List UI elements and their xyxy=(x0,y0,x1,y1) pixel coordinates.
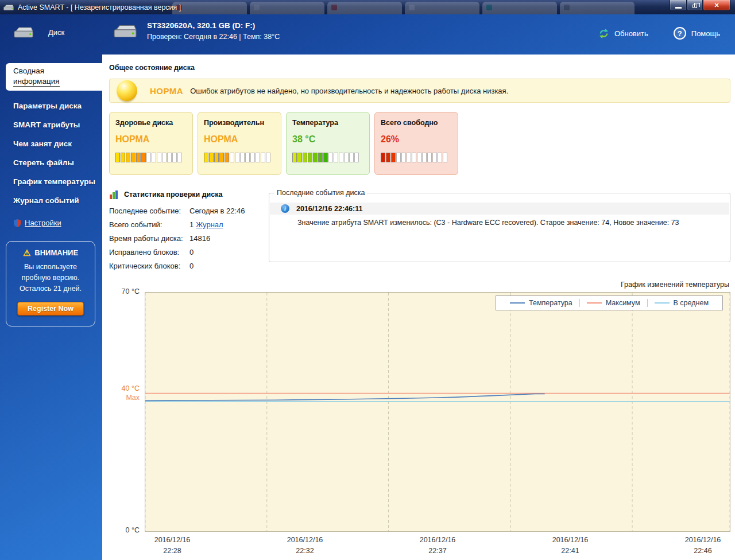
disk-status-banner: НОРМА Ошибок атрибутов не найдено, но пр… xyxy=(109,79,730,103)
sidebar-item-event-log[interactable]: Журнал событий xyxy=(0,191,102,210)
refresh-icon xyxy=(598,28,609,39)
disk-icon xyxy=(14,26,33,38)
nav-disk-label: Диск xyxy=(48,28,64,37)
sidebar: Сводная информация Параметры диска SMART… xyxy=(0,55,102,560)
titlebar: Active SMART - [ Незарегистрированная ве… xyxy=(0,0,735,14)
y-axis-label-0: 0 °C xyxy=(126,527,140,535)
event-timestamp: 2016/12/16 22:46:11 xyxy=(296,205,362,213)
card-title: Температура xyxy=(292,119,363,127)
settings-link[interactable]: Настройки xyxy=(14,219,102,227)
sidebar-item-disk-parameters[interactable]: Параметры диска xyxy=(0,96,102,115)
chart-svg xyxy=(145,293,730,531)
card-progressbar xyxy=(292,153,363,162)
restore-button[interactable] xyxy=(687,0,703,11)
background-browser-tabs xyxy=(172,2,649,14)
nav-disk-button[interactable]: Диск xyxy=(14,26,64,38)
stats-row: Время работы диска: 14816 xyxy=(109,234,269,243)
refresh-button[interactable]: Обновить xyxy=(598,27,648,40)
stats-value: 0 xyxy=(189,262,194,270)
help-label: Помощь xyxy=(691,29,720,38)
stats-label: Последнее событие: xyxy=(109,207,189,215)
sidebar-item-summary-active[interactable]: Сводная информация xyxy=(6,63,102,91)
background-tab xyxy=(405,2,479,14)
x-label: 2016/12/1622:28 xyxy=(147,535,198,557)
y-axis-label-max: Max xyxy=(126,394,140,402)
stats-value: 14816 xyxy=(189,234,210,243)
sidebar-item-temperature-graph[interactable]: График температуры xyxy=(0,172,102,191)
stats-row: Критических блоков: 0 xyxy=(109,262,269,270)
help-icon: ? xyxy=(674,27,686,40)
card-performance: Производительн НОРМА xyxy=(198,112,281,175)
restore-icon xyxy=(693,5,697,8)
stats-row: Всего событий: 1 Журнал xyxy=(109,220,269,229)
y-axis-label-70: 70 °C xyxy=(122,287,140,295)
card-value: 38 °C xyxy=(292,134,363,145)
trial-warning-box: ⚠ ВНИМАНИЕ Вы используете пробную версию… xyxy=(6,241,95,326)
chart-x-axis: 2016/12/1622:28 2016/12/1622:32 2016/12/… xyxy=(145,532,730,557)
x-label: 2016/12/1622:41 xyxy=(545,535,595,557)
stats-value: 0 xyxy=(189,248,194,256)
help-button[interactable]: ? Помощь xyxy=(674,27,720,40)
card-progressbar xyxy=(115,153,187,162)
legend-item-temperature: Температура xyxy=(503,299,579,307)
background-tab xyxy=(250,2,324,14)
stats-label: Критических блоков: xyxy=(109,262,189,270)
active-tab-line2: информация xyxy=(13,76,60,87)
warning-icon: ⚠ xyxy=(23,248,30,257)
legend-line-icon xyxy=(510,302,525,304)
card-title: Всего свободно xyxy=(381,119,452,127)
refresh-label: Обновить xyxy=(614,29,648,38)
background-tab xyxy=(560,2,635,14)
legend-label: Температура xyxy=(529,299,572,307)
card-value: НОРМА xyxy=(204,134,275,145)
event-description: Значение атрибута SMART изменилось: (C3 … xyxy=(270,215,729,227)
events-title: Последние события диска xyxy=(274,189,367,197)
card-progressbar xyxy=(381,153,452,162)
temperature-chart: 70 °C 40 °C Max 0 °C Температура Максиму… xyxy=(109,292,730,532)
page-title: Общее состояние диска xyxy=(109,64,730,72)
background-tab xyxy=(172,2,247,14)
stats-label: Исправлено блоков: xyxy=(109,248,189,256)
card-disk-health: Здоровье диска НОРМА xyxy=(109,112,193,175)
card-free-space: Всего свободно 26% xyxy=(374,112,458,175)
trial-line: пробную версию. xyxy=(9,273,92,283)
register-now-button[interactable]: Register Now xyxy=(17,302,84,316)
legend-item-average: В среднем xyxy=(647,299,715,307)
background-tab xyxy=(482,2,557,14)
legend-line-icon xyxy=(655,302,670,304)
stats-label: Время работы диска: xyxy=(109,234,189,243)
close-button[interactable]: × xyxy=(703,0,730,11)
window-title: Active SMART - [ Незарегистрированная ве… xyxy=(18,3,181,11)
settings-label: Настройки xyxy=(25,219,61,227)
card-progressbar xyxy=(204,153,275,162)
chart-legend: Температура Максимум В среднем xyxy=(496,295,723,310)
x-label: 2016/12/1622:46 xyxy=(678,535,728,557)
bar-chart-icon xyxy=(109,190,119,199)
minimize-button[interactable] xyxy=(670,0,687,11)
legend-item-maximum: Максимум xyxy=(579,299,647,307)
disk-subtitle: Проверен: Сегодня в 22:46 | Темп: 38°C xyxy=(147,33,280,41)
trial-line: Вы используете xyxy=(9,262,92,273)
sidebar-item-smart-attributes[interactable]: SMART атрибуты xyxy=(0,115,102,134)
sidebar-item-disk-usage[interactable]: Чем занят диск xyxy=(0,134,102,153)
legend-line-icon xyxy=(587,302,602,304)
card-value: 26% xyxy=(381,134,452,145)
stats-value: 1 xyxy=(189,220,194,229)
status-badge: НОРМА xyxy=(150,86,183,96)
stats-row: Последнее событие: Сегодня в 22:46 xyxy=(109,207,269,215)
disk-icon xyxy=(114,24,137,38)
y-axis-label-40: 40 °C xyxy=(122,384,140,392)
stats-label: Всего событий: xyxy=(109,220,189,229)
status-cards: Здоровье диска НОРМА Производительн НОРМ… xyxy=(109,112,730,175)
x-label: 2016/12/1622:37 xyxy=(412,535,463,557)
info-icon: i xyxy=(281,204,289,213)
window-controls: × xyxy=(670,0,730,11)
journal-link[interactable]: Журнал xyxy=(196,220,223,229)
background-tab xyxy=(327,2,402,14)
status-ball-icon xyxy=(117,80,137,101)
recent-events-groupbox: Последние события диска i 2016/12/16 22:… xyxy=(269,189,730,262)
header: Диск ST3320620A, 320.1 GB (D: F:) Провер… xyxy=(0,14,735,55)
sidebar-item-erase-files[interactable]: Стереть файлы xyxy=(0,153,102,172)
chart-plot-area: Температура Максимум В среднем xyxy=(145,292,730,532)
stats-title: Статистика проверки диска xyxy=(124,190,222,199)
